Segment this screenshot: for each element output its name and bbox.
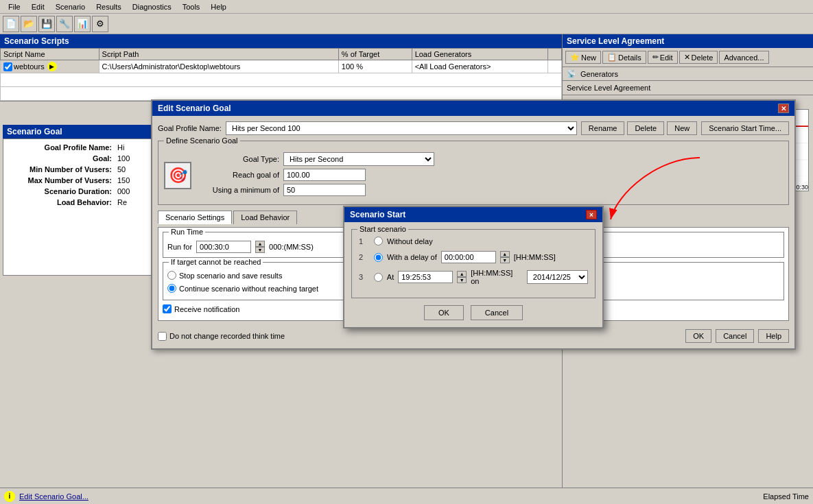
ss-option-1-label: Without delay — [387, 237, 433, 245]
at-date-select[interactable]: 2014/12/25 — [527, 270, 588, 284]
ss-group-title: Start scenario — [357, 225, 408, 233]
ss-btns: OK Cancel — [351, 305, 596, 320]
goal-type-row: Goal Type: Hits per Second — [197, 152, 783, 166]
run-time-format: 000:(MM:SS) — [269, 243, 314, 251]
ss-group: Start scenario 1 Without delay 2 With a … — [351, 229, 596, 298]
run-time-spinner: ▲ ▼ — [255, 241, 265, 253]
ss-option-2-label: With a delay of — [387, 253, 437, 261]
delay-time-input[interactable] — [441, 251, 496, 263]
delete-btn[interactable]: Delete — [627, 121, 664, 135]
reach-goal-label: Reach goal of — [197, 171, 279, 179]
notification-checkbox[interactable] — [163, 304, 172, 313]
at-spin-up[interactable]: ▲ — [457, 271, 467, 277]
goal-profile-row: Goal Profile Name: Hits per Second 100 R… — [158, 121, 789, 135]
ss-option-2-number: 2 — [359, 253, 370, 261]
ss-option-3-number: 3 — [359, 273, 370, 281]
edit-goal-titlebar: Edit Scenario Goal ✕ — [152, 101, 794, 116]
footer-btns: OK Cancel Help — [685, 329, 789, 343]
help-btn[interactable]: Help — [758, 329, 789, 343]
reach-goal-input[interactable] — [283, 169, 366, 181]
cancel-btn[interactable]: Cancel — [716, 329, 754, 343]
ss-option-2: 2 With a delay of ▲ ▼ [HH:MM:SS] — [359, 251, 588, 263]
tab-load-behavior[interactable]: Load Behavior — [233, 211, 297, 224]
ss-option-3: 3 At ▲ ▼ [HH:MM:SS] on 2014/12/25 — [359, 269, 588, 285]
run-time-spin-down[interactable]: ▼ — [255, 247, 265, 253]
do-not-change-row: Do not change recorded think time — [158, 332, 285, 341]
notification-label: Receive notification — [174, 305, 239, 313]
continue-radio[interactable] — [167, 284, 176, 293]
tab-scenario-settings[interactable]: Scenario Settings — [158, 211, 232, 224]
define-scenario-goal-group: Define Scenario Goal 🎯 Goal Type: Hits p… — [158, 141, 789, 205]
ss-radio-3[interactable] — [374, 273, 383, 282]
stop-radio[interactable] — [167, 271, 176, 280]
at-time-input[interactable] — [398, 271, 453, 283]
goal-profile-dropdown[interactable]: Hits per Second 100 — [226, 121, 577, 135]
rename-btn[interactable]: Rename — [581, 121, 625, 135]
goal-icon: 🎯 — [164, 162, 191, 189]
using-min-input[interactable] — [283, 184, 366, 196]
ss-titlebar: Scenario Start × — [344, 207, 602, 222]
define-goal-content: 🎯 Goal Type: Hits per Second Reach goal … — [164, 152, 783, 199]
ss-option-3-label: At — [387, 273, 394, 281]
at-spin-down[interactable]: ▼ — [457, 277, 467, 283]
do-not-change-checkbox[interactable] — [158, 332, 167, 341]
at-format: [HH:MM:SS] on — [471, 269, 523, 285]
run-time-input[interactable] — [196, 241, 251, 253]
reach-goal-row: Reach goal of — [197, 169, 783, 181]
scenario-start-time-btn[interactable]: Scenario Start Time... — [701, 121, 789, 135]
ok-btn[interactable]: OK — [685, 329, 711, 343]
ss-body: Start scenario 1 Without delay 2 With a … — [344, 222, 602, 327]
ss-radio-1[interactable] — [374, 237, 383, 245]
scenario-start-dialog: Scenario Start × Start scenario 1 Withou… — [343, 206, 604, 328]
goal-fields: Goal Type: Hits per Second Reach goal of… — [197, 152, 783, 199]
stop-label: Stop scenario and save results — [179, 272, 282, 280]
target-title: If target cannot be reached — [169, 258, 263, 266]
using-min-label: Using a minimum of — [197, 186, 279, 194]
ss-title: Scenario Start — [350, 210, 405, 219]
do-not-change-label: Do not change recorded think time — [169, 332, 285, 340]
at-spinner: ▲ ▼ — [457, 271, 467, 283]
define-goal-title: Define Scenario Goal — [164, 136, 240, 145]
edit-goal-close-btn[interactable]: ✕ — [778, 104, 789, 113]
delay-spin-up[interactable]: ▲ — [500, 251, 510, 257]
new-goal-btn[interactable]: New — [667, 121, 697, 135]
goal-type-label: Goal Type: — [197, 155, 279, 163]
run-for-label: Run for — [167, 243, 192, 251]
dialog-action-btns: Rename Delete New — [581, 121, 697, 135]
dialog-overlay: Edit Scenario Goal ✕ Goal Profile Name: … — [0, 0, 813, 504]
ss-option-1: 1 Without delay — [359, 237, 588, 245]
delay-spin-down[interactable]: ▼ — [500, 257, 510, 263]
ss-ok-btn[interactable]: OK — [424, 305, 464, 320]
continue-label: Continue scenario without reaching targe… — [179, 285, 318, 293]
run-time-title: Run Time — [169, 228, 205, 236]
run-time-spin-up[interactable]: ▲ — [255, 241, 265, 247]
using-min-row: Using a minimum of — [197, 184, 783, 196]
delay-spinner: ▲ ▼ — [500, 251, 510, 263]
goal-type-select[interactable]: Hits per Second — [283, 152, 434, 166]
ss-option-1-number: 1 — [359, 237, 370, 245]
delay-format: [HH:MM:SS] — [514, 253, 556, 261]
ss-cancel-btn[interactable]: Cancel — [471, 305, 523, 320]
ss-radio-2[interactable] — [374, 253, 383, 262]
ss-close-btn[interactable]: × — [586, 210, 597, 219]
edit-goal-footer: Do not change recorded think time OK Can… — [152, 326, 794, 348]
goal-profile-label: Goal Profile Name: — [158, 124, 222, 132]
edit-goal-title: Edit Scenario Goal — [158, 104, 231, 113]
